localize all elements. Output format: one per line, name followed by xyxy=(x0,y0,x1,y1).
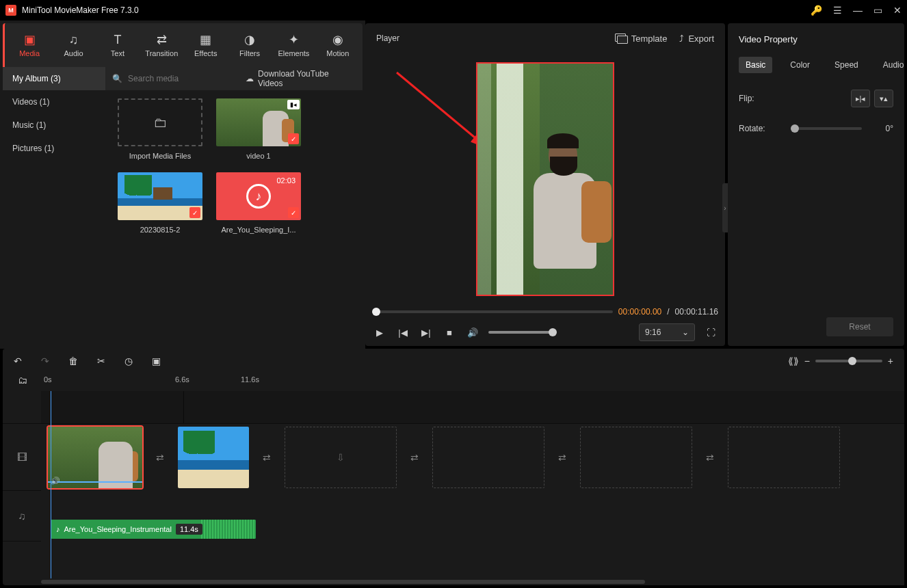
zoom-out-button[interactable]: − xyxy=(804,356,810,366)
used-check-icon: ✓ xyxy=(288,207,299,218)
speed-button[interactable]: ◷ xyxy=(124,356,133,366)
filters-icon: ◑ xyxy=(244,33,255,46)
timeline-clip-image[interactable] xyxy=(178,427,249,488)
crop-button[interactable]: ▣ xyxy=(152,356,161,366)
play-button[interactable]: ▶ xyxy=(372,325,387,340)
ribbon-media[interactable]: ▣Media xyxy=(8,26,51,64)
media-item-audio[interactable]: 02:03 ♪ ✓ Are_You_Sleeping_I... xyxy=(211,172,306,234)
flip-label: Flip: xyxy=(739,94,783,103)
transition-slot[interactable]: ⇄ xyxy=(256,447,278,468)
timeline-tracks[interactable]: 🔊 ⇄ ⇄ ⇩ ⇄ ⇄ ⇄ ♪ Are_You_Sleepin xyxy=(41,391,904,578)
music-icon: ♫ xyxy=(69,33,79,46)
ribbon-audio[interactable]: ♫Audio xyxy=(51,26,95,64)
zoom-in-button[interactable]: + xyxy=(888,356,893,366)
tab-speed[interactable]: Speed xyxy=(828,57,865,73)
rotate-label: Rotate: xyxy=(739,124,783,133)
volume-icon[interactable]: 🔊 xyxy=(465,325,480,340)
reset-button[interactable]: Reset xyxy=(826,317,893,336)
prev-frame-button[interactable]: |◀ xyxy=(395,325,410,340)
aspect-ratio-select[interactable]: 9:16⌄ xyxy=(639,323,695,341)
template-button[interactable]: Template xyxy=(615,34,668,44)
app-title: MiniTool MovieMaker Free 7.3.0 xyxy=(22,5,811,15)
timeline-panel: ↶ ↷ 🗑 ✂ ◷ ▣ ⟪⟫ − + 🗂 0s 6.6s 11.6s 🎞 ♫ xyxy=(3,349,904,585)
delete-button[interactable]: 🗑 xyxy=(68,356,78,366)
chevron-down-icon: ⌄ xyxy=(682,328,689,337)
download-youtube-button[interactable]: ☁ Download YouTube Videos xyxy=(237,67,363,90)
folder-icon: ▣ xyxy=(24,33,36,46)
media-sidebar: Videos (1) Music (1) Pictures (1) xyxy=(3,90,107,346)
total-time: 00:00:11.16 xyxy=(675,307,718,317)
empty-clip-slot[interactable] xyxy=(728,427,840,488)
music-note-icon: ♪ xyxy=(56,525,60,533)
empty-clip-slot[interactable]: ⇩ xyxy=(285,427,397,488)
tab-basic[interactable]: Basic xyxy=(739,57,772,73)
minimize-icon[interactable]: — xyxy=(853,5,863,16)
next-frame-button[interactable]: ▶| xyxy=(419,325,434,340)
search-icon: 🔍 xyxy=(112,74,122,83)
transition-slot[interactable]: ⇄ xyxy=(699,447,721,468)
search-input[interactable] xyxy=(128,74,231,83)
player-progress[interactable]: 00:00:00.00 / 00:00:11.16 xyxy=(365,305,725,319)
close-icon[interactable]: ✕ xyxy=(893,5,902,16)
tab-color[interactable]: Color xyxy=(783,57,817,73)
svg-line-0 xyxy=(397,72,487,148)
ribbon-motion[interactable]: ◉Motion xyxy=(316,26,360,64)
audio-note-icon: ♪ xyxy=(246,184,271,209)
media-grid: 🗀 Import Media Files ▮◂ ✓ video 1 xyxy=(107,90,363,346)
sidebar-item-music[interactable]: Music (1) xyxy=(3,113,107,137)
preview-frame[interactable] xyxy=(476,62,614,296)
transition-icon: ⇄ xyxy=(157,33,167,46)
cloud-download-icon: ☁ xyxy=(246,74,254,83)
rotate-slider[interactable] xyxy=(791,127,862,130)
ribbon-text[interactable]: TText xyxy=(96,26,140,64)
media-panel: ▣Media ♫Audio TText ⇄Transition ▦Effects… xyxy=(0,21,365,349)
flip-horizontal-button[interactable]: ▸|◂ xyxy=(851,90,870,107)
import-placeholder-icon: 🗀 xyxy=(118,98,202,146)
ribbon-filters[interactable]: ◑Filters xyxy=(228,26,272,64)
media-item-image[interactable]: ✓ 20230815-2 xyxy=(112,172,208,234)
split-button[interactable]: ✂ xyxy=(97,356,105,366)
current-time: 00:00:00.00 xyxy=(618,307,661,317)
ribbon-transition[interactable]: ⇄Transition xyxy=(140,26,183,64)
maximize-icon[interactable]: ▭ xyxy=(873,5,882,16)
import-media-item[interactable]: 🗀 Import Media Files xyxy=(112,98,208,160)
timeline-scrollbar[interactable] xyxy=(41,578,904,585)
ribbon-elements[interactable]: ✦Elements xyxy=(272,26,315,64)
activate-key-icon[interactable]: 🔑 xyxy=(811,5,822,16)
preview-area xyxy=(365,53,725,305)
sidebar-item-pictures[interactable]: Pictures (1) xyxy=(3,137,107,160)
sidebar-item-myalbum[interactable]: My Album (3) xyxy=(3,67,105,90)
zoom-slider[interactable] xyxy=(815,360,882,362)
collapse-panel-button[interactable]: › xyxy=(722,183,728,232)
title-bar: M MiniTool MovieMaker Free 7.3.0 🔑 ☰ — ▭… xyxy=(0,0,907,21)
transition-slot[interactable]: ⇄ xyxy=(404,447,425,468)
redo-button[interactable]: ↷ xyxy=(41,356,49,366)
property-title: Video Property xyxy=(739,34,893,44)
undo-button[interactable]: ↶ xyxy=(14,356,22,366)
used-check-icon: ✓ xyxy=(288,133,299,144)
video-track-icon: 🎞 xyxy=(3,424,41,490)
media-item-video1[interactable]: ▮◂ ✓ video 1 xyxy=(211,98,306,160)
ribbon-effects[interactable]: ▦Effects xyxy=(184,26,228,64)
effects-icon: ▦ xyxy=(200,33,211,46)
stop-button[interactable]: ■ xyxy=(442,325,457,340)
transition-slot[interactable]: ⇄ xyxy=(149,447,171,468)
volume-slider[interactable] xyxy=(488,331,553,334)
fullscreen-button[interactable]: ⛶ xyxy=(703,325,718,340)
flip-vertical-button[interactable]: ▾▴ xyxy=(874,90,893,107)
fit-timeline-button[interactable]: ⟪⟫ xyxy=(788,356,799,366)
used-check-icon: ✓ xyxy=(189,207,200,218)
timeline-layers-icon[interactable]: 🗂 xyxy=(18,375,27,386)
sidebar-item-videos[interactable]: Videos (1) xyxy=(3,90,107,113)
playhead[interactable] xyxy=(51,391,51,578)
menu-icon[interactable]: ☰ xyxy=(833,5,842,16)
timeline-ruler[interactable]: 🗂 0s 6.6s 11.6s xyxy=(3,373,904,391)
empty-clip-slot[interactable] xyxy=(432,427,544,488)
tab-audio[interactable]: Audio xyxy=(876,57,907,73)
empty-clip-slot[interactable] xyxy=(580,427,692,488)
template-icon xyxy=(615,34,627,43)
export-button[interactable]: ⤴Export xyxy=(679,34,714,44)
transition-slot[interactable]: ⇄ xyxy=(551,447,573,468)
timeline-audio-clip[interactable]: ♪ Are_You_Sleeping_Instrumental 11.4s xyxy=(51,520,256,539)
timeline-clip-video1[interactable]: 🔊 xyxy=(48,427,142,488)
